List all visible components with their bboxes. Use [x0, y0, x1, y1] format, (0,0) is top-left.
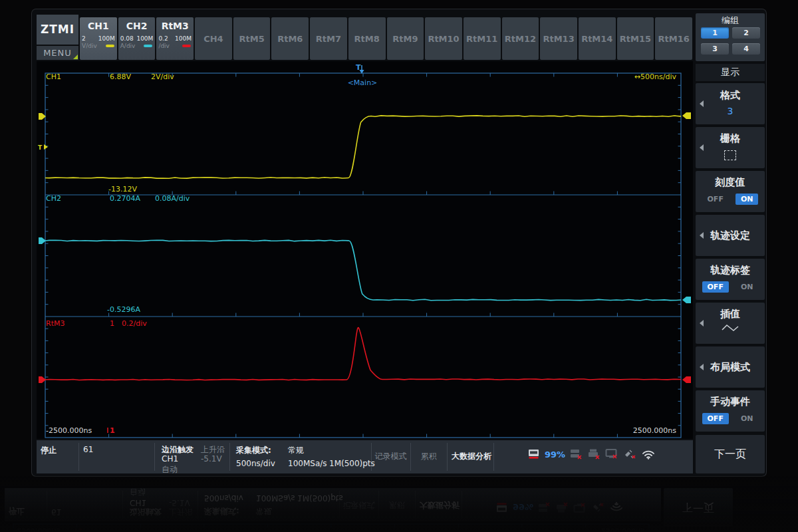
trigger-level-arrow-icon[interactable]: [44, 144, 48, 150]
tab-rtm14[interactable]: RtM14: [579, 17, 616, 60]
gps-icon: [591, 501, 605, 513]
waveform-area: TT CH1 6.88V 2V/div <Main> ↔500ns/div -1…: [5, 523, 661, 532]
grid-softkey[interactable]: 栅格: [696, 127, 765, 168]
divider: [415, 491, 416, 519]
trigger-position-label: 1: [78, 527, 83, 532]
manual-event-on[interactable]: ON: [735, 413, 759, 424]
group-panel: 编组 1 2 3 4: [696, 13, 765, 61]
trigger-source: CH1: [130, 498, 146, 507]
time-end-label: 2500.000ns: [577, 527, 644, 532]
acq-record-length: 1M(500)pts: [329, 459, 375, 468]
run-state: 停止: [9, 505, 25, 517]
scale-value-off[interactable]: OFF: [702, 194, 729, 205]
trace-label-on[interactable]: ON: [735, 281, 759, 293]
waveform-canvas: TT: [37, 61, 693, 439]
ch2-scale: 0.08A/div: [155, 194, 190, 203]
manual-event-softkey[interactable]: 手动事件 OFF ON: [696, 390, 765, 432]
scale-value-softkey[interactable]: 刻度值 OFF ON: [696, 171, 765, 212]
acq-timebase: 500ns/div: [204, 493, 243, 503]
grid-frame-icon: [724, 150, 736, 160]
divider: [122, 491, 123, 519]
next-page-button: 下一页: [664, 488, 733, 527]
level-marker-left[interactable]: [39, 376, 46, 383]
interpolation-softkey[interactable]: 插值: [696, 303, 765, 344]
grid-ticks: [13, 524, 649, 532]
tab-rtm8[interactable]: RtM8: [348, 17, 386, 60]
next-page-button[interactable]: 下一页: [696, 435, 765, 473]
trace-ch2: [45, 240, 681, 300]
ch1-low-value: -13.12V: [108, 185, 137, 194]
brand-logo: ZTMI: [37, 15, 78, 45]
tab-ch1-unit: V/div: [82, 43, 97, 49]
run-state[interactable]: 停止: [41, 445, 57, 456]
ch1-label: CH1: [46, 72, 61, 81]
ch2-low-value: -0.5296A: [107, 305, 140, 314]
time-start-label: -2500.000ns: [46, 426, 92, 435]
ch2-color-indicator: [144, 45, 152, 47]
logo-block: ZTMI MENU: [37, 15, 78, 60]
acq-timebase: 500ns/div: [236, 459, 275, 468]
group-button-2[interactable]: 2: [732, 27, 760, 39]
group-button-4[interactable]: 4: [732, 43, 760, 55]
trace-label-off[interactable]: OFF: [702, 281, 729, 293]
divider: [447, 443, 448, 471]
tab-ch4[interactable]: CH4: [195, 17, 232, 60]
gps-icon: [623, 448, 637, 460]
trigger-source: CH1: [162, 454, 178, 464]
trace-setting-softkey[interactable]: 轨迹设定: [696, 215, 765, 256]
rtm3-label: RtM3: [46, 319, 65, 328]
tab-rtm10[interactable]: RtM10: [425, 17, 462, 60]
trigger-mode: 自动: [130, 486, 146, 497]
expand-left-icon: [700, 232, 704, 239]
layout-mode-softkey[interactable]: 布局模式: [696, 346, 765, 388]
tab-rtm3[interactable]: RtM3 0.2100M /div: [156, 17, 194, 60]
record-mode: 记录模式: [339, 499, 378, 511]
tab-rtm7[interactable]: RtM7: [310, 17, 347, 60]
tab-rtm15[interactable]: RtM15: [617, 17, 654, 60]
expand-left-icon: [700, 364, 704, 370]
big-data-analysis-button[interactable]: 大数据分析: [452, 451, 491, 462]
wifi-icon: [641, 448, 656, 460]
level-marker-left[interactable]: [39, 237, 46, 244]
group-button-3[interactable]: 3: [701, 43, 729, 55]
trigger-level-marker[interactable]: T: [38, 144, 43, 151]
level-marker-right[interactable]: [682, 297, 691, 303]
acq-mode-label: 采集模式:: [236, 445, 271, 456]
ch1-value: 6.88V: [110, 72, 131, 81]
waveform-canvas: TT: [5, 523, 661, 532]
tab-rtm9[interactable]: RtM9: [387, 17, 424, 60]
ch2-label: CH2: [46, 194, 61, 203]
scale-value-on[interactable]: ON: [735, 194, 759, 205]
tab-rtm12[interactable]: RtM12: [502, 17, 539, 60]
format-softkey[interactable]: 格式 3: [696, 83, 765, 124]
trigger-mode: 自动: [162, 464, 178, 475]
level-marker-right[interactable]: [682, 376, 691, 383]
format-value: 3: [696, 106, 765, 116]
divider: [339, 491, 340, 519]
group-button-1[interactable]: 1: [701, 27, 729, 39]
grid-ticks: [45, 73, 681, 438]
level-marker-left[interactable]: [39, 113, 46, 120]
printer-icon: [587, 448, 601, 460]
level-marker-right[interactable]: [682, 112, 691, 119]
tab-rtm6[interactable]: RtM6: [271, 17, 309, 60]
divider: [198, 491, 198, 519]
menu-label: MENU: [43, 48, 72, 58]
manual-event-off[interactable]: OFF: [702, 413, 729, 424]
acq-record-length: 1M(500)pts: [297, 493, 343, 503]
tab-ch2[interactable]: CH2 0.08100M A/div: [118, 17, 156, 60]
tab-ch2-scale: 0.08: [120, 35, 134, 42]
tab-rtm5[interactable]: RtM5: [233, 17, 271, 60]
tab-ch1[interactable]: CH1 2100M V/div: [80, 17, 117, 60]
divider: [378, 491, 379, 519]
trace-label-softkey[interactable]: 轨迹标签 OFF ON: [696, 259, 765, 300]
acquisition-count: 61: [51, 507, 61, 517]
softkey-sidebar: 显示 格式 3 栅格 刻度值 OFF ON 轨迹设定: [664, 488, 733, 532]
tab-rtm13[interactable]: RtM13: [540, 17, 577, 60]
expand-left-icon: [700, 144, 704, 151]
accumulate: 累积: [410, 451, 447, 462]
tab-rtm16[interactable]: RtM16: [655, 17, 692, 60]
status-bar: 停止 61 边沿触发 CH1 自动 上升沿 -5.1V 采集模式: 常规 500…: [5, 488, 661, 523]
menu-button[interactable]: MENU: [37, 46, 78, 60]
tab-rtm11[interactable]: RtM11: [464, 17, 501, 60]
